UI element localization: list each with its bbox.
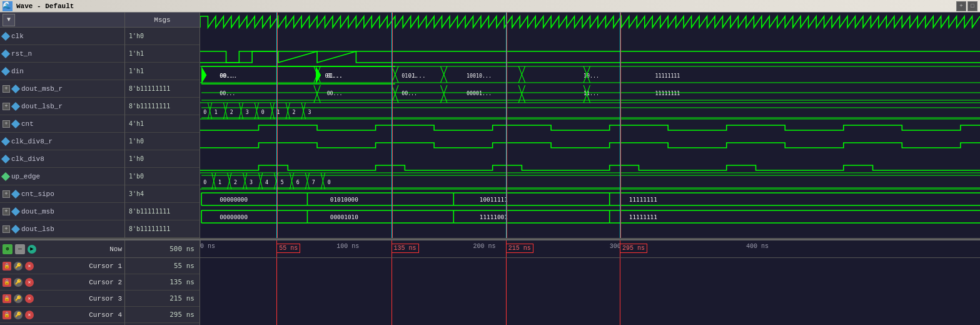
expand-icon[interactable]: + — [3, 103, 10, 110]
diamond-icon — [11, 207, 20, 215]
diamond-icon — [11, 189, 20, 198]
cursor-2-label: Cursor 2 — [36, 279, 122, 286]
delete-icon-3[interactable]: ✕ — [25, 294, 34, 303]
lock-icon-4[interactable]: 🔒 — [3, 311, 11, 319]
signal-row-dout_lsb_r: + dout_lsb_r — [0, 98, 124, 115]
key-icon-1[interactable]: 🔑 — [14, 262, 23, 271]
cursor-4-value: 295 ns — [125, 307, 200, 323]
svg-text:11111111: 11111111 — [629, 196, 657, 203]
add-tab-button[interactable]: + — [956, 1, 966, 11]
svg-text:11111111: 11111111 — [629, 214, 657, 220]
value-dout_lsb_r: 8'b11111111 — [125, 98, 200, 115]
svg-text:11111001: 11111001 — [480, 214, 508, 220]
lock-icon-1[interactable]: 🔒 — [3, 262, 11, 271]
zoom-icon[interactable]: ⊕ — [3, 244, 13, 254]
signal-row-up_edge: up_edge — [0, 168, 124, 185]
cursor-row-3: 🔒 🔑 ✕ Cursor 3 — [0, 291, 124, 307]
cursor-line-4 — [620, 240, 620, 257]
title-bar: 🌊 Wave - Default + □ — [0, 0, 980, 13]
svg-text:01...: 01... — [327, 73, 343, 79]
svg-text:10011111: 10011111 — [480, 196, 508, 203]
main-container: ▼ clk rst_n din + do — [0, 13, 980, 325]
cursor-timeline-line-3 — [506, 258, 507, 325]
expand-icon[interactable]: + — [3, 85, 10, 93]
play-icon[interactable]: ▶ — [28, 245, 36, 254]
signal-list: clk rst_n din + dout_msb_r + — [0, 28, 124, 238]
cursor-line-2 — [391, 240, 392, 257]
cursor-2-value: 135 ns — [125, 274, 200, 291]
value-rst_n: 1'h1 — [125, 45, 200, 63]
cursor-rows-container: 🔒 🔑 ✕ Cursor 1 🔒 🔑 ✕ Cursor 2 🔒 🔑 ✕ — [0, 258, 980, 325]
value-cnt_sipo: 3'h4 — [125, 185, 200, 203]
cursor-timeline-line-2 — [391, 258, 392, 325]
diamond-icon — [11, 101, 20, 110]
signal-row-din: din — [0, 63, 124, 80]
svg-text:5: 5 — [281, 179, 284, 185]
value-dout_msb: 8'b11111111 — [125, 203, 200, 220]
svg-text:2: 2 — [230, 109, 233, 115]
signal-row-clk_div8: clk_div8 — [0, 150, 124, 168]
bottom-panel: ⊕ ↔ ▶ Now 500 ns 0 ns 100 ns 200 ns 300 … — [0, 239, 980, 325]
cursor-1-value: 55 ns — [125, 258, 200, 274]
key-icon-3[interactable]: 🔑 — [14, 294, 23, 303]
cursor-red-1 — [277, 13, 278, 238]
svg-text:00000000: 00000000 — [220, 196, 248, 203]
svg-text:1: 1 — [215, 109, 218, 115]
signal-row-clk: clk — [0, 28, 124, 45]
key-icon-2[interactable]: 🔑 — [14, 278, 23, 287]
value-panel: Msgs 1'h0 1'h1 1'h1 8'b11111111 8'b11111… — [125, 13, 200, 238]
cursor-label-135ns: 135 ns — [391, 244, 419, 253]
tick-svg — [200, 240, 980, 258]
cursor-1-label: Cursor 1 — [36, 262, 122, 270]
diamond-icon — [1, 66, 10, 75]
app-icon: 🌊 — [3, 1, 13, 11]
delete-icon-2[interactable]: ✕ — [25, 278, 34, 287]
value-din: 1'h1 — [125, 63, 200, 80]
cursor-label-295ns: 295 ns — [620, 244, 647, 253]
cursor-timeline-line-1 — [276, 258, 277, 325]
cursor-red-2 — [392, 13, 393, 238]
cursor-label-55ns: 55 ns — [276, 244, 300, 253]
now-label: Now — [39, 245, 122, 253]
cursor-line-3 — [506, 240, 507, 257]
diamond-icon — [11, 84, 20, 93]
value-cnt: 4'h1 — [125, 115, 200, 133]
signal-row-clk_div8_r: clk_div8_r — [0, 133, 124, 150]
svg-text:2: 2 — [293, 109, 296, 115]
wave-area: ▼ clk rst_n din + do — [0, 13, 980, 239]
expand-icon[interactable]: + — [3, 120, 10, 128]
timeline-ticks: 0 ns 100 ns 200 ns 300 ns 400 ns 55 ns 1… — [200, 240, 980, 257]
waveform-panel[interactable]: 00... 01... 01... — [200, 13, 980, 238]
svg-text:0: 0 — [203, 179, 206, 185]
expand-icon[interactable]: + — [3, 225, 10, 233]
diamond-icon — [1, 154, 10, 163]
close-button[interactable]: □ — [967, 1, 977, 11]
delete-icon-1[interactable]: ✕ — [25, 262, 34, 271]
cursor-label-215ns: 215 ns — [506, 244, 533, 253]
value-dout_msb_r: 8'b11111111 — [125, 80, 200, 98]
toolbar-menu-button[interactable]: ▼ — [3, 14, 15, 26]
signal-row-dout_msb: + dout_msb — [0, 203, 124, 220]
lock-icon-2[interactable]: 🔒 — [3, 278, 11, 287]
expand-icon[interactable]: + — [3, 190, 10, 198]
now-value: 500 ns — [169, 245, 194, 253]
signal-row-cnt_sipo: + cnt_sipo — [0, 185, 124, 203]
now-value-section: 500 ns — [125, 240, 200, 257]
delete-icon-4[interactable]: ✕ — [25, 311, 34, 319]
expand-icon[interactable]: + — [3, 208, 10, 215]
svg-text:00001...: 00001... — [467, 90, 492, 96]
key-icon-4[interactable]: 🔑 — [14, 311, 23, 319]
lock-icon-3[interactable]: 🔒 — [3, 294, 11, 303]
svg-text:4: 4 — [265, 179, 268, 185]
now-label-section: ⊕ ↔ ▶ Now — [0, 240, 125, 257]
diamond-icon — [11, 119, 20, 128]
svg-text:1: 1 — [218, 179, 221, 185]
signal-row-cnt: + cnt — [0, 115, 124, 133]
waveform-svg: 00... 01... 01... — [200, 13, 980, 238]
cursor-row-4: 🔒 🔑 ✕ Cursor 4 — [0, 307, 124, 323]
pan-icon[interactable]: ↔ — [15, 244, 25, 254]
signal-row-rst_n: rst_n — [0, 45, 124, 63]
diamond-green-icon — [1, 172, 10, 180]
title-bar-buttons: + □ — [956, 1, 977, 11]
cursor-3-value: 215 ns — [125, 291, 200, 307]
